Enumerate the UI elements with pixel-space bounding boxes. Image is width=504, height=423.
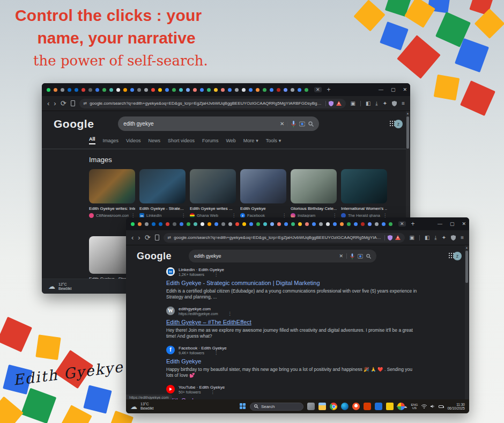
bookmark-icon[interactable]: [71, 100, 75, 106]
pinned-tab-favicon[interactable]: [375, 222, 379, 226]
back-icon[interactable]: ‹: [47, 100, 49, 107]
search-tab[interactable]: Videos: [126, 138, 140, 143]
picture-in-picture-icon[interactable]: ▣: [350, 100, 355, 106]
pinned-tab-favicon[interactable]: [263, 88, 266, 92]
pinned-tab-favicon[interactable]: [61, 88, 64, 92]
tab-strip[interactable]: ✕ + — ▢ ✕: [126, 217, 469, 230]
more-options-icon[interactable]: ⋮: [210, 390, 214, 395]
pinned-tab-favicon[interactable]: [187, 222, 190, 226]
pinned-tab-favicon[interactable]: [256, 222, 260, 226]
menu-icon[interactable]: ≡: [461, 235, 464, 240]
result-source[interactable]: LinkedIn · Edith Gyekye: [179, 267, 224, 272]
search-tab[interactable]: Images: [103, 138, 119, 143]
warning-triangle-icon[interactable]: [336, 101, 342, 106]
image-caption[interactable]: Glorious Birthday Cele...: [291, 206, 337, 211]
apps-grid-icon[interactable]: [449, 253, 450, 254]
bookmark-icon[interactable]: [155, 235, 159, 240]
mic-icon[interactable]: [291, 121, 296, 127]
result-title-link[interactable]: Edith Gyekye: [166, 358, 424, 364]
pinned-tab-favicon[interactable]: [305, 222, 309, 226]
search-tab[interactable]: Web: [226, 138, 235, 143]
brave-shield-icon[interactable]: [451, 235, 456, 240]
pinned-tab-favicon[interactable]: [354, 222, 358, 226]
pinned-tab-favicon[interactable]: [277, 88, 280, 92]
pinned-tab-favicon[interactable]: [242, 222, 246, 226]
tab-close-icon[interactable]: ✕: [398, 221, 406, 227]
back-icon[interactable]: ‹: [131, 234, 134, 241]
pinned-tab-favicon[interactable]: [137, 88, 141, 92]
volume-icon[interactable]: [431, 404, 435, 409]
result-thumbnail[interactable]: [291, 169, 337, 203]
pinned-tab-favicon[interactable]: [68, 88, 71, 92]
pinned-tab-favicon[interactable]: [270, 222, 274, 226]
pinned-tab-favicon[interactable]: [138, 222, 142, 226]
pinned-tab-favicon[interactable]: [228, 88, 232, 92]
pinned-tab-favicon[interactable]: [214, 222, 218, 226]
pinned-tab-favicon[interactable]: [172, 88, 176, 92]
site-info-icon[interactable]: ⇄: [168, 236, 172, 240]
scroll-up-icon[interactable]: ▲: [406, 112, 410, 115]
pinned-tab-favicon[interactable]: [207, 222, 211, 226]
pinned-tab-favicon[interactable]: [277, 222, 281, 226]
pinned-tab-favicon[interactable]: [81, 88, 85, 92]
image-result-card[interactable]: Edith Gyekye writes: Internati... CitiNe…: [89, 169, 135, 218]
search-result[interactable]: W edithgyekye.com https://edithgyekye.co…: [166, 305, 424, 339]
image-caption[interactable]: International Women's ...: [341, 206, 387, 211]
extensions-icon[interactable]: ✦: [383, 100, 387, 106]
url-text[interactable]: google.com/search?q=edith+gyekye&oq=ED&g…: [90, 101, 323, 106]
pinned-tab-favicon[interactable]: [256, 88, 260, 92]
powerbi-icon[interactable]: [386, 403, 394, 410]
pinned-tab-favicon[interactable]: [158, 88, 162, 92]
pinned-tab-favicon[interactable]: [263, 222, 267, 226]
pinned-tab-favicon[interactable]: [88, 88, 92, 92]
pinned-tab-favicon[interactable]: [152, 222, 155, 226]
search-tab[interactable]: More▾: [243, 138, 258, 143]
pinned-tab-favicon[interactable]: [298, 88, 301, 92]
pinned-tab-favicon[interactable]: [201, 222, 204, 226]
weather-widget[interactable]: ☁ 13°C Bewölkt: [130, 402, 154, 411]
picture-in-picture-icon[interactable]: ▣: [409, 235, 414, 240]
address-bar[interactable]: ⇄ google.com/search?q=edith+gyekye&oq=ED…: [79, 99, 346, 108]
reload-icon[interactable]: ⟳: [145, 234, 151, 241]
image-caption[interactable]: Edith Gyekye writes: Internati...: [89, 206, 135, 211]
new-tab-button[interactable]: +: [411, 220, 415, 228]
warning-triangle-icon[interactable]: [395, 235, 401, 240]
language-indicator[interactable]: ENGUS: [411, 403, 418, 410]
pinned-tab-favicon[interactable]: [47, 88, 50, 92]
download-icon[interactable]: ⤓: [375, 100, 377, 107]
close-button[interactable]: ✕: [462, 221, 466, 227]
store-icon[interactable]: [364, 403, 371, 410]
wifi-icon[interactable]: [421, 404, 427, 409]
pinned-tab-favicon[interactable]: [242, 88, 246, 92]
new-tab-button[interactable]: +: [327, 86, 331, 93]
clock-widget[interactable]: 11:30 06/10/2025: [447, 403, 465, 411]
pinned-tab-favicon[interactable]: [270, 88, 273, 92]
site-info-icon[interactable]: ⇄: [84, 101, 87, 106]
search-tab[interactable]: All: [89, 136, 95, 144]
pinned-tab-favicon[interactable]: [221, 88, 225, 92]
pinned-tab-favicon[interactable]: [368, 222, 372, 226]
pinned-tab-favicon[interactable]: [123, 88, 127, 92]
search-tab[interactable]: Tools▾: [266, 138, 281, 143]
url-text[interactable]: google.com/search?q=edith+gyekye&oq=ED&g…: [174, 235, 382, 240]
pinned-tab-favicon[interactable]: [347, 222, 351, 226]
chrome-icon[interactable]: [330, 403, 337, 410]
pinned-tab-favicon[interactable]: [284, 88, 287, 92]
pinned-tab-favicon[interactable]: [389, 222, 392, 226]
menu-icon[interactable]: ≡: [402, 100, 405, 106]
pinned-tab-favicon[interactable]: [109, 88, 113, 92]
pinned-tab-favicon[interactable]: [179, 88, 183, 92]
pinned-tab-favicon[interactable]: [200, 88, 204, 92]
search-result[interactable]: YouTube · Edith Gyekye 50+ followers⋮ Ed…: [166, 383, 424, 400]
search-tab[interactable]: News: [148, 138, 160, 143]
pinned-tab-favicon[interactable]: [145, 222, 149, 226]
lens-icon[interactable]: [299, 121, 305, 127]
pinned-tab-favicon[interactable]: [194, 222, 197, 226]
result-title-link[interactable]: Edith Gyekye - Strategic communication |…: [166, 280, 424, 286]
pinned-tab-favicon[interactable]: [95, 88, 99, 92]
pinned-tab-favicon[interactable]: [116, 88, 120, 92]
image-result-card[interactable]: Edith Gyekye fFacebook⋮: [240, 169, 286, 218]
result-thumbnail[interactable]: [139, 169, 186, 203]
brave-icon[interactable]: [352, 403, 360, 410]
file-explorer-icon[interactable]: [318, 403, 326, 410]
